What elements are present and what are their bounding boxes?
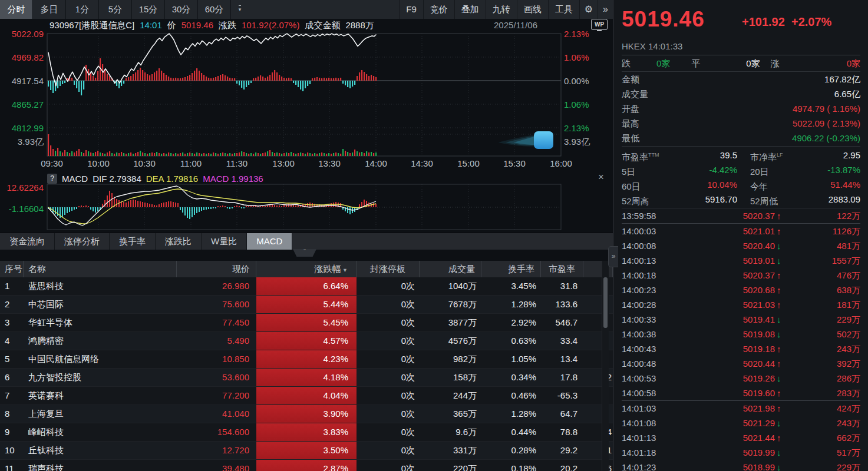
- chart-canvas[interactable]: [0, 19, 613, 258]
- down-label: 跌: [622, 55, 631, 71]
- tick-row: 14:00:535019.26↓286万: [622, 371, 860, 386]
- macd-dif-value: DIF 2.79384: [93, 174, 141, 184]
- tool-button-F9[interactable]: F9: [399, 0, 423, 19]
- up-count: 0家: [847, 55, 860, 71]
- cell-limit-count: 0次: [357, 314, 420, 331]
- volume-axis-label: 3.93亿: [564, 137, 608, 148]
- up-label: 涨: [771, 55, 780, 71]
- column-header-封涨停板[interactable]: 封涨停板: [357, 261, 420, 277]
- cell-volume: 1040万: [420, 277, 481, 295]
- table-row-丘钛科技[interactable]: 10丘钛科技12.7203.50%0次331万0.28%29.241: [0, 442, 613, 460]
- x-axis-time-label: 10:00: [82, 158, 115, 168]
- panel-expand-icon[interactable]: »: [608, 246, 618, 267]
- cell-name: 华虹半导体: [24, 314, 177, 331]
- column-header-市盈率[interactable]: 市盈率: [541, 261, 583, 277]
- period-tab-60分[interactable]: 60分: [198, 0, 231, 19]
- cell-name: 中芯国际: [24, 296, 177, 313]
- quote-change: +101.92 +2.07%: [742, 15, 831, 29]
- tool-button-叠加[interactable]: 叠加: [454, 0, 486, 19]
- tick-row: 14:01:235018.99↓229万: [622, 460, 860, 471]
- x-axis-time-label: 15:00: [452, 158, 485, 168]
- cell-price: 75.600: [177, 296, 256, 313]
- table-row-华虹半导体[interactable]: 3华虹半导体77.4505.45%0次3877万2.92%546.7: [0, 314, 613, 332]
- cell-pe: 29.2: [541, 442, 583, 459]
- gear-icon[interactable]: ⚙: [579, 0, 598, 19]
- indicator-tab-涨停分析[interactable]: 涨停分析: [55, 233, 110, 250]
- x-axis-time-label: 09:30: [35, 158, 68, 168]
- cell-no: 1: [0, 277, 24, 295]
- indicator-tab-MACD[interactable]: MACD: [247, 233, 292, 250]
- stock-trading-terminal: 分时多日1分5分15分30分60分 ▾ F9竞价叠加九转画线工具⚙» 93096…: [0, 0, 868, 471]
- period-tab-1分[interactable]: 1分: [66, 0, 99, 19]
- cell-name: 九方智投控股: [24, 369, 177, 386]
- indicator-tab-资金流向[interactable]: 资金流向: [0, 233, 55, 250]
- cell-turnover: 2.92%: [481, 314, 541, 331]
- cell-volume: 220万: [420, 460, 481, 471]
- tick-row: 13:59:585020.37↑122万: [622, 208, 860, 224]
- tool-button-工具[interactable]: 工具: [548, 0, 579, 19]
- x-axis-time-label: 10:30: [128, 158, 161, 168]
- cell-turnover: 0.44%: [481, 423, 541, 441]
- macd-close-icon[interactable]: ×: [595, 171, 607, 183]
- tick-row: 14:00:585019.60↑283万: [622, 386, 860, 401]
- table-row-瑞声科技[interactable]: 11瑞声科技39.4802.87%0次220万0.18%20.286: [0, 460, 613, 471]
- period-tab-15分[interactable]: 15分: [132, 0, 165, 19]
- column-header-换手率[interactable]: 换手率: [481, 261, 541, 277]
- cell-pe: 64.7: [541, 405, 583, 423]
- indicator-tab-W量比[interactable]: W量比: [202, 233, 247, 250]
- period-tab-5分[interactable]: 5分: [99, 0, 132, 19]
- period-tab-30分[interactable]: 30分: [165, 0, 198, 19]
- table-row-中芯国际[interactable]: 2中芯国际75.6005.44%0次7678万1.28%133.6: [0, 296, 613, 314]
- column-header-序号[interactable]: 序号: [0, 261, 24, 277]
- table-scrollbar-thumb[interactable]: [603, 277, 608, 328]
- indicator-tab-换手率[interactable]: 换手率: [110, 233, 156, 250]
- down-count: 0家: [656, 55, 670, 71]
- stat-row-金额: 金额167.82亿: [622, 72, 860, 87]
- x-axis-time-label: 16:00: [544, 158, 577, 168]
- table-scrollbar[interactable]: [602, 261, 609, 471]
- column-header-名称[interactable]: 名称: [24, 261, 177, 277]
- cell-change-pct: 2.87%: [256, 460, 357, 471]
- more-tools-icon[interactable]: »: [598, 0, 613, 19]
- cell-no: 7: [0, 387, 24, 404]
- tick-list[interactable]: 13:59:585020.37↑122万14:00:035021.01↑1126…: [622, 208, 860, 471]
- collapse-panel-chevron-icon[interactable]: ˇ: [293, 249, 316, 257]
- cell-no: 8: [0, 405, 24, 423]
- tool-button-竞价[interactable]: 竞价: [423, 0, 454, 19]
- cell-limit-count: 0次: [357, 460, 420, 471]
- table-row-鸿腾精密[interactable]: 4鸿腾精密5.4904.57%0次4576万0.63%33.4: [0, 332, 613, 350]
- cell-volume: 3877万: [420, 314, 481, 331]
- table-row-上海复旦[interactable]: 8上海复旦41.0403.90%0次365万1.28%64.7: [0, 405, 613, 423]
- table-row-中国民航信息网络[interactable]: 5中国民航信息网络10.8504.23%0次982万1.05%13.4: [0, 350, 613, 369]
- tick-row: 14:00:035021.01↑1126万: [622, 224, 860, 238]
- advance-decline-row: 跌 0家 平 0家 涨 0家: [622, 55, 860, 72]
- indicator-tab-涨跌比[interactable]: 涨跌比: [156, 233, 202, 250]
- tool-button-九转[interactable]: 九转: [486, 0, 517, 19]
- help-icon[interactable]: ?: [47, 174, 57, 184]
- table-row-蓝思科技[interactable]: 1蓝思科技26.9806.64%0次1040万3.45%31.8: [0, 277, 613, 296]
- chart-price: 5019.46: [181, 20, 213, 30]
- top-toolbar: 分时多日1分5分15分30分60分 ▾ F9竞价叠加九转画线工具⚙»: [0, 0, 613, 19]
- tool-button-画线[interactable]: 画线: [517, 0, 548, 19]
- period-tabs: 分时多日1分5分15分30分60分: [0, 0, 231, 19]
- column-header-现价[interactable]: 现价: [177, 261, 256, 277]
- period-dropdown-icon[interactable]: ▾: [233, 4, 246, 15]
- chart-date: 2025/11/06: [494, 20, 537, 30]
- column-header-成交量[interactable]: 成交量: [420, 261, 481, 277]
- tool-buttons: F9竞价叠加九转画线工具⚙»: [399, 0, 613, 19]
- table-row-九方智投控股[interactable]: 6九方智投控股53.6004.18%0次158万0.34%17.882: [0, 369, 613, 387]
- cell-pe: 133.6: [541, 296, 583, 313]
- table-row-英诺赛科[interactable]: 7英诺赛科77.2004.04%0次244万0.46%-65.3: [0, 387, 613, 405]
- period-tab-分时[interactable]: 分时: [0, 0, 33, 19]
- cell-change-pct: 4.23%: [256, 350, 357, 368]
- table-row-峰岹科技[interactable]: 9峰岹科技154.6003.83%0次9.6万0.44%78.814: [0, 423, 613, 442]
- cell-turnover: 0.34%: [481, 369, 541, 386]
- cell-volume: 331万: [420, 442, 481, 459]
- period-tab-多日[interactable]: 多日: [33, 0, 66, 19]
- cell-pe: 546.7: [541, 314, 583, 331]
- cell-name: 峰岹科技: [24, 423, 177, 441]
- cell-change-pct: 5.45%: [256, 314, 357, 331]
- macd-dea-value: DEA 1.79816: [146, 174, 198, 184]
- column-header-涨跌幅[interactable]: 涨跌幅 ▼: [256, 261, 357, 277]
- tick-row: 14:00:335019.41↓229万: [622, 312, 860, 327]
